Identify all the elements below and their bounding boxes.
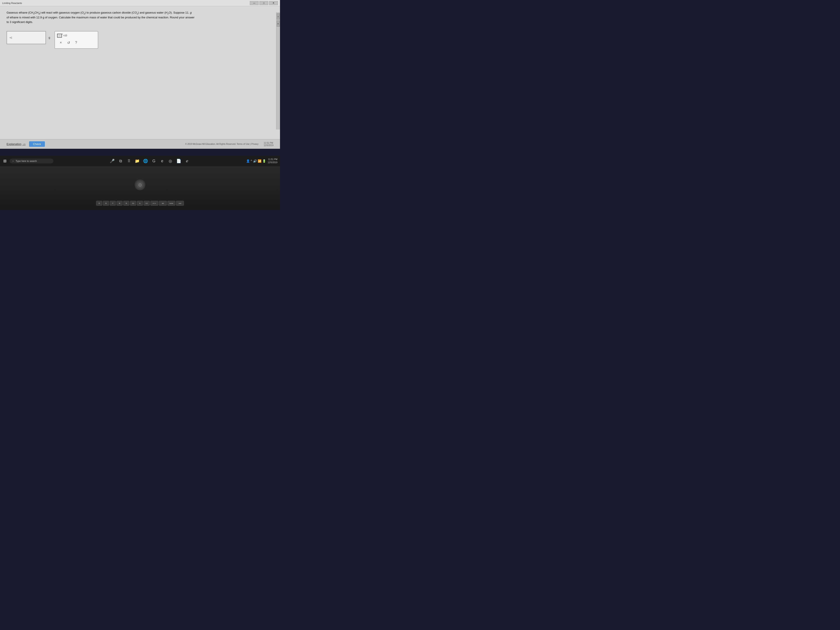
taskbar-mic-icon[interactable]: 🎤 <box>108 157 116 165</box>
taskbar-apps-icon[interactable]: ⠿ <box>125 157 133 165</box>
close-button[interactable]: ✕ <box>269 1 278 5</box>
explanation-cursor-icon: ↓m <box>22 143 25 145</box>
key-f7[interactable]: f7 <box>110 201 116 205</box>
calc-refresh-button[interactable]: ↺ <box>66 40 71 45</box>
key-f11[interactable]: fn <box>137 201 143 205</box>
check-button[interactable]: Check <box>29 141 45 147</box>
tray-chevron-icon[interactable]: ^ <box>251 159 252 163</box>
calc-help-button[interactable]: ? <box>74 40 78 45</box>
key-delete[interactable]: del <box>159 201 167 205</box>
taskbar-google-icon[interactable]: G <box>150 157 158 165</box>
taskbar-task-view-icon[interactable]: ⧉ <box>117 157 125 165</box>
calc-top: □ □ ×10 <box>57 34 96 38</box>
key-prtsc[interactable]: prt sc <box>150 201 158 205</box>
key-f12[interactable]: f12 <box>144 201 150 205</box>
search-placeholder: Type here to search <box>16 160 37 162</box>
calc-box-icon: □ □ <box>57 34 62 38</box>
tray-speaker-icon[interactable]: 🔊 <box>253 159 257 163</box>
key-end[interactable]: end <box>176 201 184 205</box>
start-button[interactable]: ⊞ <box>1 157 9 165</box>
taskbar: ⊞ ○ Type here to search 🎤 ⧉ ⠿ 📁 🌐 G e ◎ … <box>0 156 280 166</box>
tray-icons: 👤 ^ 🔊 📶 🔋 <box>246 159 266 163</box>
laptop-logo: ⊙ <box>134 179 145 190</box>
tray-network-icon[interactable]: 📶 <box>258 159 261 163</box>
key-f8[interactable]: f8 <box>117 201 123 205</box>
window-controls: — □ ✕ <box>250 1 278 5</box>
taskbar-browser2-icon[interactable]: ◎ <box>166 157 174 165</box>
problem-text: Gaseous ethane (CH3CH3) will react with … <box>6 11 195 25</box>
tray-time: 11:51 PM <box>268 158 278 161</box>
taskbar-edge-icon[interactable]: e <box>158 157 166 165</box>
taskbar-browser1-icon[interactable]: 🌐 <box>142 157 149 165</box>
keyboard-row: f5 f6 f7 f8 f9 f10 fn f12 prt sc del hom… <box>96 201 184 205</box>
bottom-bar: Explanation ↓m Check © 2019 McGraw-Hill … <box>0 139 280 149</box>
taskbar-tray: 👤 ^ 🔊 📶 🔋 11:51 PM 12/5/2019 <box>246 158 279 164</box>
right-panel: ▲ ■ <box>276 12 280 129</box>
maximize-button[interactable]: □ <box>259 1 268 5</box>
unit-label: g <box>49 36 50 39</box>
key-home[interactable]: home <box>167 201 175 205</box>
explanation-button[interactable]: Explanation ↓m <box>6 142 25 146</box>
laptop-body: ⊙ f5 f6 f7 f8 f9 f10 fn f12 prt sc del h… <box>0 166 280 210</box>
minimize-button[interactable]: — <box>250 1 259 5</box>
answer-input[interactable]: ⋖ <box>6 31 46 44</box>
x10-label: ×10 <box>63 34 67 37</box>
key-f10[interactable]: f10 <box>130 201 136 205</box>
page-title: Limiting Reactants <box>2 2 250 5</box>
taskbar-icons: 🎤 ⧉ ⠿ 📁 🌐 G e ◎ 📄 ℯ <box>54 157 245 165</box>
calculator-popup: □ □ ×10 × ↺ ? <box>54 31 98 49</box>
search-icon: ○ <box>12 159 14 163</box>
content-area: Gaseous ethane (CH3CH3) will react with … <box>0 6 280 139</box>
taskbar-files-icon[interactable]: 📁 <box>133 157 141 165</box>
tray-battery-icon[interactable]: 🔋 <box>262 159 266 163</box>
key-f6[interactable]: f6 <box>103 201 109 205</box>
calc-buttons: × ↺ ? <box>57 39 96 46</box>
taskbar-edge2-icon[interactable]: ℯ <box>183 157 191 165</box>
input-area: ⋖ g □ □ ×10 × ↺ ? <box>6 31 273 49</box>
tray-date: 12/5/2019 <box>268 161 278 164</box>
browser-window: Limiting Reactants — □ ✕ Gaseous ethane … <box>0 0 280 149</box>
title-bar: Limiting Reactants — □ ✕ <box>0 0 280 6</box>
tray-person-icon[interactable]: 👤 <box>246 159 250 163</box>
taskbar-file-icon[interactable]: 📄 <box>175 157 183 165</box>
time-display: 11:51 PM 12/5/2019 <box>264 142 274 147</box>
taskbar-search-box[interactable]: ○ Type here to search <box>9 159 54 163</box>
calc-close-button[interactable]: × <box>59 40 63 45</box>
tray-time-date: 11:51 PM 12/5/2019 <box>268 158 278 164</box>
copyright-text: © 2019 McGraw-Hill Education. All Rights… <box>185 143 259 145</box>
key-f9[interactable]: f9 <box>123 201 129 205</box>
side-button-top[interactable]: ▲ <box>277 13 280 19</box>
side-button-mid[interactable]: ■ <box>277 21 280 27</box>
key-f5[interactable]: f5 <box>96 201 103 205</box>
